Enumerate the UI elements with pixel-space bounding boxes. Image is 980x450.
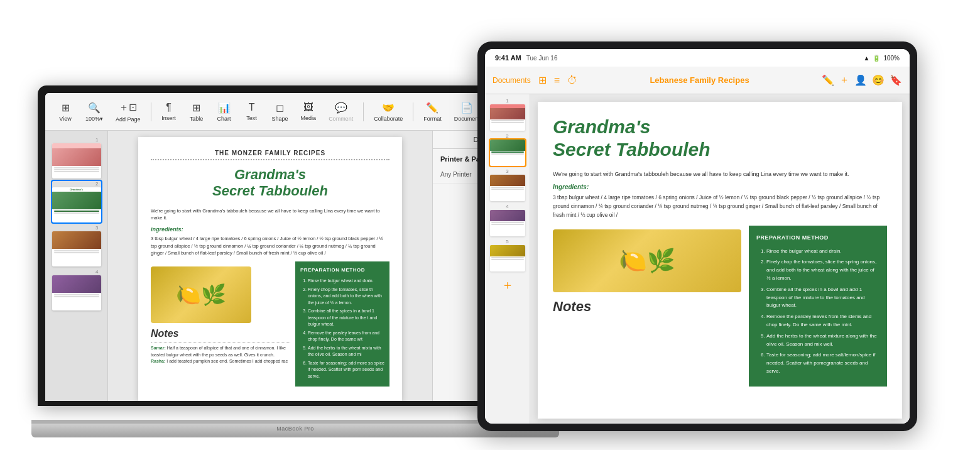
ipad-thumb-4[interactable]: 4 — [490, 204, 525, 236]
toolbar-zoom[interactable]: 🔍 100%▾ — [80, 99, 108, 124]
thumbnail-3[interactable]: 3 — [52, 225, 101, 266]
ipad-prep-step-3: Combine all the spices in a bowl and add… — [766, 286, 879, 310]
media-icon: 🖼 — [303, 102, 313, 113]
itl4-1 — [491, 222, 524, 223]
doc-left-area: 🍋🌿 Notes Samar: Half a teaspoon of allsp… — [151, 261, 290, 387]
ipad-doc-split: 🍋🌿 Notes PREPARATION METHOD Rinse the bu… — [553, 226, 887, 387]
toolbar-chart[interactable]: 📊 Chart — [212, 99, 237, 124]
thumb-page-3 — [52, 231, 101, 266]
ipad-timg-4 — [490, 210, 525, 221]
ipad-toolbar-right: ✏️ ＋ 👤 😊 🔖 — [822, 74, 902, 87]
zoom-label: 100%▾ — [85, 116, 103, 122]
ipad-toolbar-left: Documents ⊞ ≡ ⏱ — [493, 74, 577, 86]
toolbar-comment[interactable]: 💬 Comment — [324, 99, 358, 124]
toolbar-media[interactable]: 🖼 Media — [296, 99, 322, 124]
ipad-thumb-3[interactable]: 3 — [490, 168, 525, 201]
addpage-icon: ＋⊡ — [119, 101, 137, 114]
itl4-2 — [491, 224, 524, 225]
thumbnail-2[interactable]: 2 Grandma's — [52, 181, 101, 222]
table-icon: ⊞ — [192, 102, 200, 114]
text-icon: T — [249, 102, 255, 113]
doc-lemon-image: 🍋🌿 — [151, 266, 251, 323]
doc-ingredients-text: 3 tbsp bulgur wheat / 4 large ripe tomat… — [151, 235, 389, 256]
prep-step-4: Remove the parsley leaves from and chop … — [308, 330, 384, 343]
comment-label: Comment — [329, 116, 353, 122]
view-icon: ⊞ — [62, 102, 70, 114]
thumb-text-1 — [52, 166, 101, 174]
ipad-screen: 9:41 AM Tue Jun 16 ▲ 🔋 100% Documents ⊞ … — [485, 49, 910, 424]
ipad-ttext-1 — [490, 119, 525, 124]
toolbar-shape[interactable]: ◻ Shape — [267, 99, 293, 124]
itl2-1 — [491, 151, 524, 153]
format-icon: ✏️ — [426, 102, 438, 114]
ipad-tpage-3 — [490, 175, 525, 201]
ipad-date: Tue Jun 16 — [526, 55, 558, 62]
document-icon: 📄 — [460, 102, 473, 114]
thumb-num-4: 4 — [52, 269, 101, 275]
ipad-prep-panel: PREPARATION METHOD Rinse the bulgur whea… — [749, 226, 887, 387]
doc-ingredients-label: Ingredients: — [151, 226, 389, 233]
toolbar-collaborate[interactable]: 🤝 Collaborate — [369, 99, 408, 124]
toolbar-sep3 — [413, 102, 413, 121]
ipad-tpage-4 — [490, 210, 525, 236]
view-label: View — [59, 116, 71, 122]
zoom-icon: 🔍 — [88, 102, 101, 114]
ipad-thumb-5[interactable]: 5 — [490, 239, 525, 272]
thumb-page-2: Grandma's — [52, 187, 101, 222]
insert-label: Insert — [161, 115, 176, 121]
ipad-plus-icon[interactable]: ＋ — [839, 74, 849, 87]
ipad-view-icon[interactable]: ⊞ — [538, 74, 547, 86]
t4l1 — [54, 294, 99, 295]
ipad-bookmark-icon[interactable]: 🔖 — [890, 74, 902, 86]
lemon-emoji: 🍋🌿 — [176, 283, 226, 307]
toolbar-table[interactable]: ⊞ Table — [184, 99, 209, 124]
ipad-timg-1 — [490, 108, 525, 119]
thumb-img-2 — [52, 192, 101, 209]
ipad-thumb-1[interactable]: 1 — [490, 98, 525, 131]
format-label: Format — [423, 116, 442, 122]
ipad-documents-btn[interactable]: Documents — [493, 76, 531, 85]
document-icon-label: Document — [454, 116, 480, 122]
doc-family-title: THE MONZER FAMILY RECIPES — [151, 150, 389, 156]
thumb-text-4 — [52, 293, 101, 299]
ipad-list-icon[interactable]: ≡ — [554, 75, 560, 86]
wifi-icon: ▲ — [864, 55, 870, 62]
shape-label: Shape — [272, 116, 288, 122]
macbook-screen-inner: ⊞ View 🔍 100%▾ ＋⊡ Add Page ¶ Insert — [45, 93, 545, 401]
table-label: Table — [190, 116, 204, 122]
thumbnail-1[interactable]: 1 — [52, 137, 101, 178]
ipad-prep-step-5: Add the herbs to the wheat mixture along… — [766, 332, 879, 349]
ipad-prep-step-2: Finely chop the tomatoes, slice the spri… — [766, 258, 879, 282]
addpage-label: Add Page — [116, 116, 141, 123]
t2l2 — [54, 212, 99, 214]
ipad-emoji-icon[interactable]: 😊 — [872, 74, 885, 86]
toolbar-format[interactable]: ✏️ Format — [418, 99, 447, 124]
ipad-clock-icon[interactable]: ⏱ — [567, 75, 577, 86]
chart-label: Chart — [217, 116, 231, 122]
toolbar-addpage[interactable]: ＋⊡ Add Page — [111, 99, 146, 125]
ipad-pencil-icon[interactable]: ✏️ — [822, 74, 834, 86]
ipad-prep-list: Rinse the bulgur wheat and drain. Finely… — [756, 248, 879, 376]
doc-notes-dotted — [151, 342, 290, 343]
comment-icon: 💬 — [335, 102, 347, 114]
collaborate-icon: 🤝 — [382, 102, 395, 114]
ipad-collab-icon[interactable]: 👤 — [854, 74, 867, 86]
doc-prep-title: PREPARATION METHOD — [300, 266, 384, 274]
toolbar-text[interactable]: T Text — [239, 99, 264, 124]
doc-notes-rasha: Rasha: I add toasted pumpkin see end. So… — [151, 358, 290, 365]
shape-icon: ◻ — [276, 102, 284, 114]
toolbar-view[interactable]: ⊞ View — [53, 99, 78, 124]
t2l1 — [54, 211, 99, 212]
ipad-thumb-2[interactable]: 2 — [490, 133, 525, 166]
media-label: Media — [301, 115, 317, 121]
toolbar-insert[interactable]: ¶ Insert — [156, 99, 182, 124]
thumbnail-4[interactable]: 4 — [52, 269, 101, 310]
ipad-lemon-image: 🍋🌿 — [553, 229, 741, 292]
doc-prep-panel: PREPARATION METHOD Rinse the bulgur whea… — [295, 261, 389, 387]
doc-split-area: 🍋🌿 Notes Samar: Half a teaspoon of allsp… — [151, 261, 389, 387]
t3l1 — [54, 250, 99, 251]
ipad-timg-2 — [490, 140, 525, 151]
ipad-add-page-btn[interactable]: ＋ — [501, 277, 514, 294]
ipad: 9:41 AM Tue Jun 16 ▲ 🔋 100% Documents ⊞ … — [477, 41, 930, 444]
ipad-notes-title: Notes — [553, 299, 741, 315]
